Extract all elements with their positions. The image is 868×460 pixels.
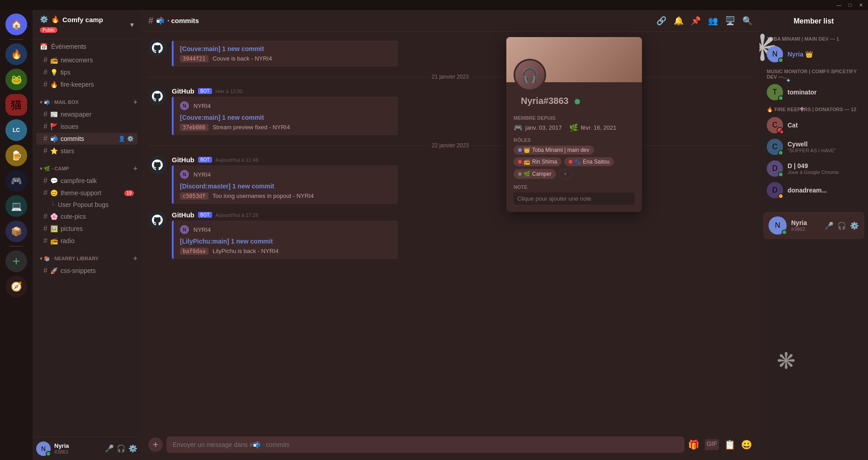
role-badge-rin: 📻 Rin Shima bbox=[514, 157, 561, 166]
channel-name-newcomers: newcomers bbox=[61, 56, 93, 64]
category-music-monitor: MUSIC MONITOR | COMFY-SPICETIFY DEV —... bbox=[763, 65, 864, 81]
channel-item-commits[interactable]: # 📬 commits 👤 ⚙️ bbox=[36, 133, 137, 145]
members-icon[interactable]: 👥 bbox=[708, 16, 718, 26]
channel-icon-issues: 🚩 bbox=[50, 123, 58, 130]
embed-title[interactable]: [Couve:main] 1 new commit bbox=[180, 45, 392, 52]
manage-icon[interactable]: 👤 bbox=[118, 136, 125, 142]
channel-item-campfire-talk[interactable]: # 💬 campfire-talk bbox=[36, 175, 137, 187]
gear-icon[interactable]: ⚙️ bbox=[850, 221, 859, 230]
channel-item-radio[interactable]: # 📻 radio bbox=[36, 235, 137, 247]
add-channel-mailbox-btn[interactable]: + bbox=[133, 98, 137, 106]
server-header[interactable]: ⚙️ 🔥 Comfy camp Public ▾ bbox=[33, 10, 141, 39]
embed-title-2[interactable]: [Couve:main] 1 new commit bbox=[180, 114, 392, 121]
nyria-status bbox=[778, 57, 783, 63]
channel-item-user-popout[interactable]: └ User Popout bugs bbox=[36, 199, 137, 210]
member-item-donadream[interactable]: D donadream... bbox=[763, 179, 864, 201]
hash-icon: # bbox=[43, 267, 47, 275]
bottom-user-tag: #3863 bbox=[791, 226, 820, 232]
pin-icon[interactable]: 📌 bbox=[691, 16, 701, 26]
gif-icon[interactable]: GIF bbox=[705, 439, 719, 450]
embed-title-4[interactable]: [LilyPichu:main] 1 new commit bbox=[180, 238, 392, 245]
server-icon-among[interactable]: 🎮 bbox=[5, 170, 27, 192]
messages-area[interactable]: [Couve:main] 1 new commit 3944f21 Couve … bbox=[141, 32, 760, 437]
embed-card-3: N NYRI4 [Discord:master] 1 new commit c5… bbox=[172, 165, 398, 204]
channel-item-fire-keepers[interactable]: # 🔥 fire-keepers bbox=[36, 79, 137, 90]
hash-icon: # bbox=[43, 225, 47, 233]
member-item-nyria[interactable]: N Nyria 👑 bbox=[763, 43, 864, 65]
microphone-icon[interactable]: 🎤 bbox=[105, 444, 114, 453]
channel-header: # 📬 · commits 🔗 🔔 📌 👥 🖥️ 🔍 bbox=[141, 10, 760, 32]
message-input[interactable] bbox=[166, 437, 684, 453]
embed-card-4: N NYRI4 [LilyPichu:main] 1 new commit ba… bbox=[172, 221, 398, 259]
gift-icon[interactable]: 🎁 bbox=[688, 439, 699, 450]
server-icon-yellow[interactable]: 🍺 bbox=[5, 145, 27, 166]
popout-banner: 🎧 bbox=[506, 37, 642, 82]
member-avatar-d049: D bbox=[767, 160, 783, 177]
channel-item-pictures[interactable]: # 🖼️ pictures bbox=[36, 223, 137, 235]
emoji-icon[interactable]: 😀 bbox=[741, 439, 752, 450]
channel-item-cute-pics[interactable]: # 🌸 cute-pics bbox=[36, 211, 137, 222]
discover-btn[interactable]: 🧭 bbox=[5, 276, 27, 297]
add-server-btn[interactable]: + bbox=[5, 250, 27, 272]
member-info-donadream: donadream... bbox=[788, 187, 861, 194]
channel-item-issues[interactable]: # 🚩 issues bbox=[36, 121, 137, 132]
server-icon-stacked[interactable]: 📦 bbox=[5, 221, 27, 242]
channel-item-stars[interactable]: # ⭐ stars bbox=[36, 145, 137, 157]
search-icon[interactable]: 🔍 bbox=[742, 16, 752, 26]
screen-icon[interactable]: 🖥️ bbox=[725, 16, 735, 26]
message-content: [Couve:main] 1 new commit 3944f21 Couve … bbox=[172, 39, 752, 66]
server-icon-teal[interactable]: 💻 bbox=[5, 195, 27, 217]
channel-item-theme-support[interactable]: # 😊 theme-support 19 bbox=[36, 187, 137, 199]
events-item[interactable]: 📅 Événements bbox=[33, 39, 141, 54]
server-icon-cat[interactable]: 猫 bbox=[5, 94, 27, 116]
sticker-icon[interactable]: 📋 bbox=[724, 439, 736, 450]
channel-item-tips[interactable]: # 💡 tips bbox=[36, 66, 137, 78]
server-icon-discord[interactable]: 🏠 bbox=[5, 14, 27, 35]
hash-icon: # bbox=[43, 237, 47, 245]
server-icon-lc[interactable]: LC bbox=[5, 119, 27, 141]
member-item-d049[interactable]: D D | 049 Joue à Google Chrome bbox=[763, 158, 864, 179]
hashtag-icon[interactable]: 🔗 bbox=[656, 16, 666, 26]
member-avatar-tominator: T bbox=[767, 84, 783, 100]
bottom-spacer bbox=[763, 201, 864, 208]
category-mailbox[interactable]: ▾ 📬 · MAIL BOX + bbox=[33, 91, 141, 108]
close-btn[interactable]: ✕ bbox=[857, 1, 864, 9]
add-channel-camp-btn[interactable]: + bbox=[133, 164, 137, 173]
member-item-cywell[interactable]: C Cywell "SUFFER AS I HAVE" bbox=[763, 136, 864, 158]
channel-icon-header: 📬 bbox=[156, 17, 165, 25]
channel-name-css-snippets: css-snippets bbox=[61, 267, 96, 274]
server-public-badge: Public bbox=[40, 27, 57, 33]
maximize-btn[interactable]: □ bbox=[846, 1, 854, 9]
headphones-icon[interactable]: 🎧 bbox=[837, 221, 846, 230]
settings-icon[interactable]: ⚙️ bbox=[128, 444, 137, 453]
member-avatar-cywell: C bbox=[767, 139, 783, 155]
server-icon-green[interactable]: 🐸 bbox=[5, 69, 27, 90]
add-channel-library-btn[interactable]: + bbox=[133, 254, 137, 263]
channel-name-fire-keepers: fire-keepers bbox=[61, 81, 94, 88]
embed-desc-2: 37eb086 Stream preview fixed - NYRI4 bbox=[180, 124, 392, 131]
category-library[interactable]: ▾ 📚 · NEARBY LIBRARY + bbox=[33, 247, 141, 264]
member-item-tominator[interactable]: T tominator bbox=[763, 81, 864, 103]
channel-item-css-snippets[interactable]: # 🚀 css-snippets bbox=[36, 265, 137, 277]
channel-icon-commits: 📬 bbox=[50, 135, 58, 142]
minimize-btn[interactable]: — bbox=[835, 1, 843, 9]
bottom-user-card[interactable]: N Nyria #3863 🎤 🎧 ⚙️ bbox=[763, 212, 864, 239]
mic-icon[interactable]: 🎤 bbox=[825, 221, 834, 230]
headset-icon[interactable]: 🎧 bbox=[117, 444, 126, 453]
role-icon-2: 📻 bbox=[524, 159, 530, 165]
role-badge-toba: 👑 Toba Minami | main dev bbox=[514, 146, 594, 155]
notification-icon[interactable]: 🔔 bbox=[674, 16, 684, 26]
member-item-cat[interactable]: C Cat bbox=[763, 114, 864, 136]
add-attachment-btn[interactable]: + bbox=[148, 437, 163, 452]
user-bar-name: Nyria bbox=[54, 442, 101, 449]
embed-title-3[interactable]: [Discord:master] 1 new commit bbox=[180, 183, 392, 190]
mini-avatar-3: N bbox=[180, 225, 189, 234]
server-icon-flame[interactable]: 🔥 bbox=[5, 43, 27, 65]
note-input[interactable]: Clique pour ajouter une note bbox=[514, 192, 635, 205]
channel-item-newspaper[interactable]: # 📰 newspaper bbox=[36, 108, 137, 120]
category-camp[interactable]: ▾ 🌿 · CAMP + bbox=[33, 157, 141, 174]
channel-item-newcomers[interactable]: # 📻 newcomers bbox=[36, 54, 137, 66]
bottom-user-name: Nyria bbox=[791, 219, 820, 226]
settings-icon[interactable]: ⚙️ bbox=[127, 136, 134, 142]
add-role-btn[interactable]: + bbox=[559, 169, 572, 179]
